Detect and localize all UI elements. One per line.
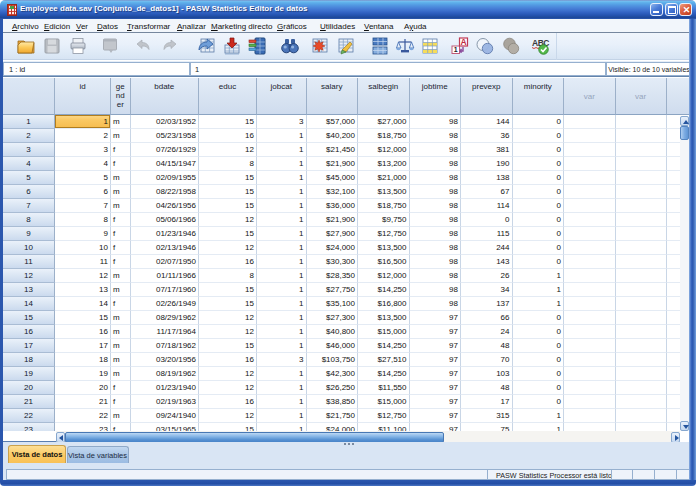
svg-text:A: A — [460, 37, 466, 47]
svg-text:1: 1 — [454, 46, 458, 53]
